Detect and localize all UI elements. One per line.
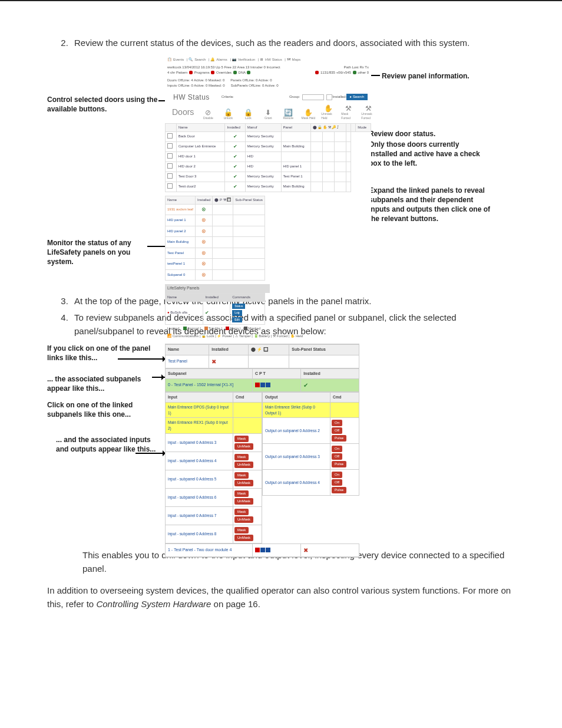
figure-1: Control selected doors using the availab… <box>47 56 515 283</box>
table-row: Computer Lab Entrance✔Mercury SecurityMa… <box>166 141 371 151</box>
mask-button[interactable]: Mask <box>234 527 249 533</box>
table-row: Back Door✔Mercury Security <box>166 131 371 141</box>
on-button[interactable]: On <box>332 420 342 426</box>
door-checkbox[interactable] <box>167 153 173 159</box>
table-row: input - subpanel 0 Address 4MaskUnMask <box>166 452 262 470</box>
table-row: Test Door 3✔Mercury SecurityTest Panel 1 <box>166 172 371 182</box>
callout-subpanels-appear: ... the associated subpanels appear like… <box>47 374 159 393</box>
legend-row2: 📶 Communications | 🔒 Lock | ⚡ Power | ⚠ … <box>165 332 371 340</box>
installed-checkbox[interactable] <box>326 94 332 100</box>
callout-expand-panels: Expand the linked panels to reveal subpa… <box>369 186 492 224</box>
panel-link[interactable]: Subpanel 0 <box>166 269 196 281</box>
counts-line: Doors OffLine: 4 Active: 0 Masked: 0 Pan… <box>165 77 371 90</box>
off-button[interactable]: Off <box>332 479 342 486</box>
table-row: Main Entrance REX1 (Subp 0 Input 2) <box>166 418 262 434</box>
unmask-button[interactable]: UnMask <box>234 480 253 486</box>
pulse-button[interactable]: Pulse <box>332 435 346 442</box>
door-checkbox[interactable] <box>167 143 173 149</box>
unmask-button[interactable]: UnMask <box>234 535 253 541</box>
panels-table: Name Installed ⬤ P ⚒ 🔲 Sub-Panel Status … <box>165 196 265 281</box>
mask-button[interactable]: Mask <box>234 472 249 479</box>
off-button[interactable]: Off <box>332 427 342 434</box>
figure-2: If you click on one of the panel links l… <box>47 344 515 538</box>
door-btn-mask-held[interactable]: ✋Mask Held <box>301 109 315 121</box>
tab-verification[interactable]: Verification <box>238 58 255 61</box>
tab-search[interactable]: Search <box>194 58 206 61</box>
table-row: HID door 1✔HID <box>166 151 371 162</box>
installed-label: Installed: <box>332 94 346 100</box>
mask-button[interactable]: Mask <box>234 490 249 497</box>
pulse-button[interactable]: Pulse <box>332 487 346 493</box>
group-select[interactable] <box>302 94 324 100</box>
door-btn-unmask-held[interactable]: ✋Unmask Held <box>321 105 335 121</box>
door-btn-mask-forced[interactable]: ⚒Mask Forced <box>341 105 355 121</box>
callout-io-appear: ... and the associated inputs and output… <box>56 435 162 454</box>
door-btn-lock[interactable]: 🔒Lock <box>241 109 255 121</box>
tab-events[interactable]: Events <box>173 58 184 61</box>
hw-status-title: HW Status <box>168 91 214 104</box>
table-row: Testt door2✔Mercury SecurityMain Buildin… <box>166 182 371 192</box>
callout-click-panel: If you click on one of the panel links l… <box>47 344 159 363</box>
callout-lifesafety: Monitor the status of any LifeSafety pan… <box>47 238 156 267</box>
ls-status-button[interactable]: Status <box>232 304 245 309</box>
unmask-button[interactable]: UnMask <box>234 498 253 505</box>
mask-button[interactable]: Mask <box>234 436 249 442</box>
step-2: Review the current status of the devices… <box>71 37 515 50</box>
ls-edit-button[interactable]: Edit <box>232 317 242 323</box>
panel-link[interactable]: Test Panel <box>166 355 209 368</box>
panel-link[interactable]: testPanel 1 <box>166 259 196 270</box>
group-label: Group: <box>289 94 300 100</box>
door-btn-grant[interactable]: ⬇Grant <box>261 109 275 121</box>
unmask-button[interactable]: UnMask <box>234 516 253 523</box>
panel-link[interactable]: HID panel 1 <box>166 215 196 226</box>
doors-title: Doors <box>165 105 201 123</box>
ls-log-button[interactable]: Log <box>232 310 242 316</box>
legend-row1: Legend: Normal | Trouble | Alarm | Maske… <box>165 325 371 332</box>
tab-hwstatus[interactable]: HW Status <box>265 58 282 61</box>
table-row: input - subpanel 0 Address 8MaskUnMask <box>166 525 262 543</box>
mask-button[interactable]: Mask <box>234 509 249 515</box>
door-btn-restore[interactable]: 🔄Restore <box>281 109 295 121</box>
not-installed-icon: ✖ <box>209 355 249 368</box>
door-checkbox[interactable] <box>167 133 173 139</box>
callout-review-door: Review door status. <box>369 129 487 139</box>
unmask-button[interactable]: UnMask <box>234 443 253 450</box>
mask-button[interactable]: Mask <box>234 454 249 460</box>
off-button[interactable]: Off <box>332 453 342 460</box>
tab-maps[interactable]: Maps <box>292 58 301 61</box>
hw-status-screenshot: 📋Events | 🔍Search | 🔔Alarms | 📷Verificat… <box>165 56 371 280</box>
subpanel-screenshot: Name Installed ⬤ ⚡ 🔲 Sub-Panel Status Te… <box>165 344 359 558</box>
doors-table: NameInstalledManufPanel⬤ 🔒 ✋ ⚒ 🔑 ⤴Mode B… <box>165 123 371 192</box>
search-button[interactable]: ▸ Search <box>346 94 368 100</box>
pulse-button[interactable]: Pulse <box>332 461 346 467</box>
door-btn-unmask-forced[interactable]: ⚒Unmask Forced <box>361 105 375 121</box>
subpanel-link-2[interactable]: 1 - Test Panel - Two door module 4 <box>166 543 253 556</box>
table-row: Output on subpanel 0 Address 3OnOffPulse <box>263 444 359 470</box>
table-row: input - subpanel 0 Address 7MaskUnMask <box>166 506 262 525</box>
status-line: wwilcock 13/04/2012 16:19:53 Up 5 Free 2… <box>165 64 371 77</box>
panel-link[interactable]: 1931 avdsm leaf <box>166 204 196 215</box>
table-row: input - subpanel 0 Address 5MaskUnMask <box>166 470 262 488</box>
on-button[interactable]: On <box>332 472 342 478</box>
panel-link[interactable]: Main Building <box>166 237 196 248</box>
panel-link[interactable]: Test Panel <box>166 248 196 259</box>
table-row: Main Entrance Strike (Subp 0 Output 1) <box>263 402 359 418</box>
door-checkbox[interactable] <box>167 183 173 189</box>
inputs-table: InputCmd Main Entrance DPOS (Subp 0 Inpu… <box>165 392 262 543</box>
on-button[interactable]: On <box>332 446 342 452</box>
table-row: Output on subpanel 0 Address 2OnOffPulse <box>263 418 359 444</box>
panel-link[interactable]: HID panel 2 <box>166 226 196 237</box>
outputs-table: OutputCmd Main Entrance Strike (Subp 0 O… <box>262 392 359 496</box>
table-row: HID panel 2⊗ <box>166 226 265 237</box>
table-row: 1931 avdsm leaf⊗ <box>166 204 265 215</box>
tab-alarms[interactable]: Alarms <box>216 58 227 61</box>
step-3: At the top of the page, review the curre… <box>71 295 515 308</box>
unmask-button[interactable]: UnMask <box>234 462 253 468</box>
door-checkbox[interactable] <box>167 173 173 179</box>
table-row: Main Entrance DPOS (Subp 0 Input 1) <box>166 402 262 418</box>
door-checkbox[interactable] <box>167 163 173 169</box>
callout-click-subpanel: Click on one of the linked subpanels lik… <box>47 400 159 419</box>
door-btn-disable[interactable]: ⊘Disable <box>201 109 215 121</box>
subpanel-link[interactable]: 0 - Test Panel - 1502 Internal [X1-X] <box>166 379 253 392</box>
door-btn-unlock[interactable]: 🔓Unlock <box>221 109 235 121</box>
